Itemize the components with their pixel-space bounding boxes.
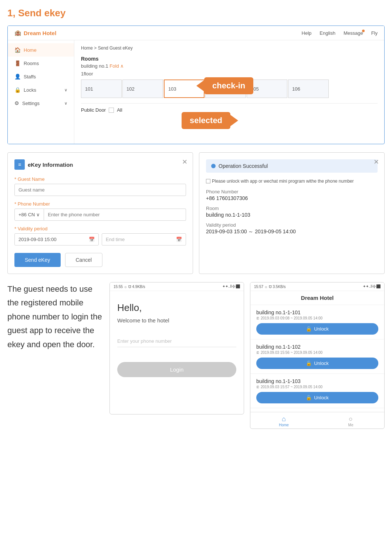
cancel-button[interactable]: Cancel: [65, 253, 103, 267]
unlock-button-102[interactable]: 🔓 Unlock: [256, 358, 378, 369]
settings-arrow: ∨: [64, 101, 67, 106]
unlock-button-103[interactable]: 🔓 Unlock: [256, 392, 378, 403]
rooms-phone-status: 15:57 ☼ ℧ 3.5KB/s ✦✦..ll令⬛: [250, 282, 384, 291]
bottom-nav-home[interactable]: ⌂ Home: [250, 415, 317, 427]
phone-input[interactable]: [44, 209, 186, 221]
ekey-panel-icon: ≡: [14, 159, 25, 170]
login-button[interactable]: Login: [117, 362, 236, 377]
hotel-main-content: Home > Send Guest eKey Rooms building no…: [74, 40, 384, 144]
start-calendar-icon: 📅: [89, 237, 95, 242]
locks-arrow: ∨: [64, 88, 67, 92]
validity-label: Validity period: [14, 226, 186, 231]
login-phone-body: Hello, Welcome to the hotel Enter your p…: [110, 291, 244, 414]
room-date-103: 2019.09.03 15:57 ~ 2019.09.05 14:00: [256, 385, 378, 389]
hotel-nav-right: Help English Message Fly: [302, 30, 378, 36]
sidebar-item-staffs[interactable]: 👤 Staffs: [8, 70, 74, 83]
nav-fly[interactable]: Fly: [371, 30, 378, 36]
success-panel: ✕ Operation Successful Please unlock wit…: [199, 152, 385, 274]
selected-callout: selected: [182, 112, 238, 129]
success-phone-block: Phone Number +86 17601307306: [206, 189, 378, 201]
login-phone-status: 15:55 ☼ ℧ 4.9KB/s ✦✦..ll令⬛: [110, 282, 244, 291]
staffs-icon: 👤: [14, 74, 21, 79]
unlock-icon-101: 🔓: [306, 326, 312, 332]
unlock-icon-103: 🔓: [306, 395, 312, 400]
hotel-body: 🏠 Home 🚪 Rooms 👤 Staffs 🔒 Locks ∨ ⚙ Sett…: [8, 40, 384, 144]
settings-icon: ⚙: [14, 100, 19, 106]
date-row: 2019-09-03 15:00 📅 End time 📅: [14, 233, 186, 246]
phone-field: Phone Number +86 CN ∨: [14, 201, 186, 221]
phone-description: The guest needs to use the registered mo…: [7, 282, 104, 351]
prefix-arrow: ∨: [36, 212, 40, 217]
ekey-panel-buttons: Send eKey Cancel: [14, 253, 186, 267]
start-date-input[interactable]: 2019-09-03 15:00 📅: [14, 233, 99, 246]
success-panel-close[interactable]: ✕: [374, 158, 379, 166]
nav-message[interactable]: Message: [344, 30, 363, 36]
selected-label: selected: [182, 112, 230, 129]
room-entry-103: building no.1-1-103 2019.09.03 15:57 ~ 2…: [250, 374, 384, 408]
room-106[interactable]: 106: [288, 79, 329, 98]
rooms-icon: 🚪: [14, 60, 21, 66]
sidebar-item-rooms[interactable]: 🚪 Rooms: [8, 57, 74, 70]
phone-prefix[interactable]: +86 CN ∨: [14, 209, 44, 221]
breadcrumb: Home > Send Guest eKey: [81, 45, 378, 51]
room-102[interactable]: 102: [122, 79, 163, 98]
hotel-logo-text: Dream Hotel: [24, 30, 56, 36]
end-date-input[interactable]: End time 📅: [102, 233, 186, 246]
phone-section: The guest needs to use the registered mo…: [7, 282, 385, 429]
nav-english[interactable]: English: [320, 30, 335, 36]
phone-welcome: Welcome to the hotel: [110, 317, 244, 331]
nav-help[interactable]: Help: [302, 30, 312, 36]
room-name-101: building no.1-1-101: [256, 309, 378, 315]
hotel-logo-icon: 🏨: [14, 30, 21, 36]
ekey-panel-title: eKey Information: [28, 162, 73, 168]
panels-row: ≡ eKey Information ✕ Guest Name Phone Nu…: [7, 152, 385, 274]
locks-icon: 🔒: [14, 87, 21, 93]
room-name-102: building no.1-1-102: [256, 344, 378, 350]
success-banner: Operation Successful: [206, 159, 378, 173]
ekey-panel-close[interactable]: ✕: [182, 158, 187, 166]
rooms-phone-bottom-nav: ⌂ Home ○ Me: [250, 412, 384, 429]
me-nav-icon: ○: [317, 415, 384, 423]
note-checkbox: [206, 179, 210, 183]
rooms-phone-mockup: 15:57 ☼ ℧ 3.5KB/s ✦✦..ll令⬛ Dream Hotel b…: [250, 282, 385, 429]
page-title: 1, Send ekey: [7, 7, 385, 19]
room-name-103: building no.1-1-103: [256, 378, 378, 384]
sidebar-item-settings[interactable]: ⚙ Settings ∨: [8, 97, 74, 110]
ekey-panel-header: ≡ eKey Information: [14, 159, 186, 170]
send-ekey-button[interactable]: Send eKey: [14, 253, 61, 267]
home-icon: 🏠: [14, 47, 21, 53]
checkin-callout: check-in: [196, 77, 253, 94]
unlock-icon-102: 🔓: [306, 360, 312, 366]
phone-label: Phone Number: [14, 201, 186, 207]
sidebar-item-locks[interactable]: 🔒 Locks ∨: [8, 83, 74, 97]
success-dot: [211, 164, 216, 168]
guest-name-input[interactable]: [14, 184, 186, 196]
phone-row: +86 CN ∨: [14, 209, 186, 221]
hotel-ui-section: 🏨 Dream Hotel Help English Message Fly 🏠…: [7, 26, 385, 144]
bottom-nav-me[interactable]: ○ Me: [317, 415, 384, 427]
hotel-nav: 🏨 Dream Hotel Help English Message Fly: [8, 26, 384, 40]
hotel-logo: 🏨 Dream Hotel: [14, 30, 56, 36]
sidebar-item-home[interactable]: 🏠 Home: [8, 43, 74, 57]
home-nav-icon: ⌂: [250, 415, 317, 423]
guest-name-field: Guest Name: [14, 176, 186, 196]
guest-name-label: Guest Name: [14, 176, 186, 182]
public-door-label: Public Door: [81, 107, 106, 113]
room-date-102: 2019.09.03 15:56 ~ 2019.09.05 14:00: [256, 351, 378, 355]
room-101[interactable]: 101: [81, 79, 122, 98]
end-calendar-icon: 📅: [176, 237, 182, 242]
success-title: Operation Successful: [219, 163, 268, 169]
checkin-arrow: [196, 80, 205, 92]
unlock-button-101[interactable]: 🔓 Unlock: [256, 323, 378, 335]
public-door-row: Public Door All: [81, 103, 378, 113]
room-entry-101: building no.1-1-101 2019.09.03 09:08 ~ 2…: [250, 305, 384, 339]
rooms-section-label: Rooms: [81, 56, 378, 62]
all-checkbox[interactable]: [109, 108, 114, 113]
room-entry-102: building no.1-1-102 2019.09.03 15:56 ~ 2…: [250, 339, 384, 374]
fold-link[interactable]: Fold ∧: [109, 63, 124, 69]
validity-field: Validity period 2019-09-03 15:00 📅 End t…: [14, 226, 186, 246]
all-label: All: [117, 107, 122, 113]
success-validity-block: Validity period 2019-09-03 15:00 ～ 2019-…: [206, 222, 378, 235]
message-dot: [362, 30, 365, 32]
phone-number-field[interactable]: Enter your phone number: [117, 338, 236, 347]
